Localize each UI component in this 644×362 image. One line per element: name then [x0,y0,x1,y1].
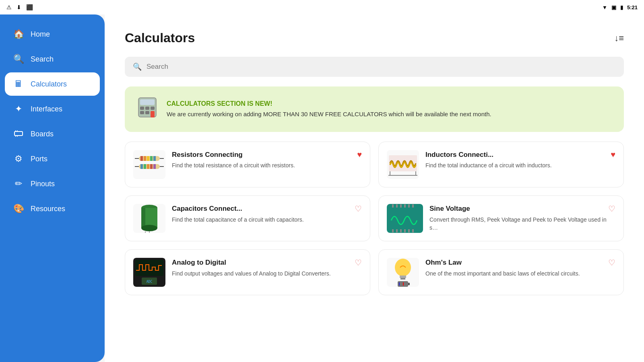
app-icon: ⬛ [26,4,33,10]
wifi-icon: ▼ [602,4,607,10]
svg-text:ADC: ADC [147,280,153,284]
search-nav-icon: 🔍 [13,54,24,64]
sidebar-label-resources: Resources [31,205,65,213]
sidebar-item-search[interactable]: 🔍 Search [5,47,100,71]
resistors-body: Resistors Connecting ♥ Find the total re… [172,150,362,170]
capacitors-description: Find the total capacitance of a circuit … [172,216,362,224]
adc-title: Analog to Digital [172,259,226,267]
svg-rect-43 [404,204,406,208]
svg-rect-45 [412,204,414,208]
svg-rect-6 [140,99,155,105]
svg-rect-42 [400,204,402,208]
svg-rect-24 [144,164,146,169]
sine-title: Sine Voltage [429,205,470,213]
ports-icon: ⚙ [13,154,24,164]
sidebar-label-interfaces: Interfaces [31,105,62,113]
capacitors-favorite[interactable]: ♡ [355,204,362,214]
svg-rect-16 [144,156,146,161]
svg-rect-57 [400,276,406,278]
svg-rect-36 [141,208,145,228]
ohm-body: Ohm's Law ♡ One of the most important an… [425,258,615,278]
svg-rect-62 [399,282,400,286]
search-bar: 🔍 [125,57,624,77]
adc-description: Find output voltages and values of Analo… [172,270,362,278]
resources-icon: 🎨 [13,204,24,214]
sine-header: Sine Voltage ♡ [429,204,615,214]
svg-rect-25 [147,164,149,169]
svg-rect-60 [408,283,410,285]
resistors-title: Resistors Connecting [172,151,243,159]
home-icon: 🏠 [13,29,24,39]
interfaces-icon: ✦ [13,104,24,114]
svg-rect-41 [396,204,398,208]
ohm-image [387,258,419,287]
sidebar-item-pinouts[interactable]: ✏ Pinouts [5,172,100,195]
capacitors-image [133,204,165,233]
calc-card-sine[interactable]: Sine Voltage ♡ Convert through RMS, Peek… [378,195,624,241]
svg-rect-9 [151,107,155,110]
adc-header: Analog to Digital ♡ [172,258,362,267]
calc-card-ohm[interactable]: Ohm's Law ♡ One of the most important an… [378,249,624,295]
resistors-image [133,150,165,179]
svg-rect-19 [153,156,156,161]
svg-rect-48 [400,229,402,232]
svg-rect-10 [140,111,144,114]
sidebar-item-interfaces[interactable]: ✦ Interfaces [5,97,100,121]
svg-rect-8 [145,107,149,110]
time-display: 5:21 [627,4,638,10]
sidebar-item-ports[interactable]: ⚙ Ports [5,147,100,171]
svg-rect-58 [400,278,405,280]
content-header: Calculators ↓≡ [125,31,624,45]
svg-rect-12 [151,111,155,117]
announcement-banner: CALCULATORS SECTION IS NEW! We are curre… [125,86,624,132]
inductors-image [387,150,419,179]
svg-point-56 [395,259,411,276]
sidebar-item-boards[interactable]: Boards [5,122,100,146]
status-bar: ⚠ ⬇ ⬛ ▼ ▣ ▮ 5:21 [0,0,644,14]
sidebar-item-home[interactable]: 🏠 Home [5,23,100,46]
ohm-title: Ohm's Law [425,259,462,267]
ohm-description: One of the most important and basic laws… [425,270,615,278]
pinouts-icon: ✏ [13,179,24,189]
inductors-description: Find the total inductance of a circuit w… [425,162,615,170]
svg-rect-51 [412,229,414,232]
ohm-favorite[interactable]: ♡ [608,258,615,267]
svg-rect-47 [396,229,398,232]
resistors-description: Find the total resistance of a circuit w… [172,162,362,170]
sidebar-label-search: Search [31,55,54,64]
svg-rect-61 [403,282,404,286]
svg-rect-40 [392,204,394,208]
calc-card-adc[interactable]: ADC Analog to Digital ♡ Find output volt… [125,249,370,295]
banner-title: CALCULATORS SECTION IS NEW! [167,100,491,107]
inductors-favorite[interactable]: ♥ [611,150,615,159]
calc-card-capacitors[interactable]: Capacitors Connect... ♡ Find the total c… [125,195,370,241]
sidebar-item-calculators[interactable]: 🖩 Calculators [5,72,100,96]
page-title: Calculators [125,31,195,45]
svg-rect-49 [404,229,406,232]
svg-rect-46 [392,229,394,232]
sine-favorite[interactable]: ♡ [608,204,615,214]
search-input[interactable] [147,63,616,71]
sidebar-label-pinouts: Pinouts [31,180,55,188]
sidebar-item-resources[interactable]: 🎨 Resources [5,197,100,220]
sidebar-label-calculators: Calculators [31,80,67,88]
calc-card-inductors[interactable]: Inductors Connecti... ♥ Find the total i… [378,142,624,187]
inductors-header: Inductors Connecti... ♥ [425,150,615,159]
svg-rect-44 [408,204,410,208]
sine-description: Convert through RMS, Peek Voltage and Pe… [429,216,615,232]
resistors-favorite[interactable]: ♥ [357,150,362,159]
svg-rect-15 [140,156,143,161]
adc-favorite[interactable]: ♡ [355,258,362,267]
status-right-icons: ▼ ▣ ▮ 5:21 [602,4,638,10]
sort-icon[interactable]: ↓≡ [614,33,624,43]
calc-card-resistors[interactable]: Resistors Connecting ♥ Find the total re… [125,142,370,187]
svg-rect-11 [145,111,149,114]
inductors-body: Inductors Connecti... ♥ Find the total i… [425,150,615,170]
sine-image [387,204,423,233]
battery-icon: ▮ [620,4,623,10]
banner-text: CALCULATORS SECTION IS NEW! We are curre… [167,100,491,118]
adc-body: Analog to Digital ♡ Find output voltages… [172,258,362,278]
sidebar-label-boards: Boards [31,130,54,138]
adc-image: ADC [133,258,165,287]
sidebar: 🏠 Home 🔍 Search 🖩 Calculators ✦ Interfac… [0,14,105,362]
